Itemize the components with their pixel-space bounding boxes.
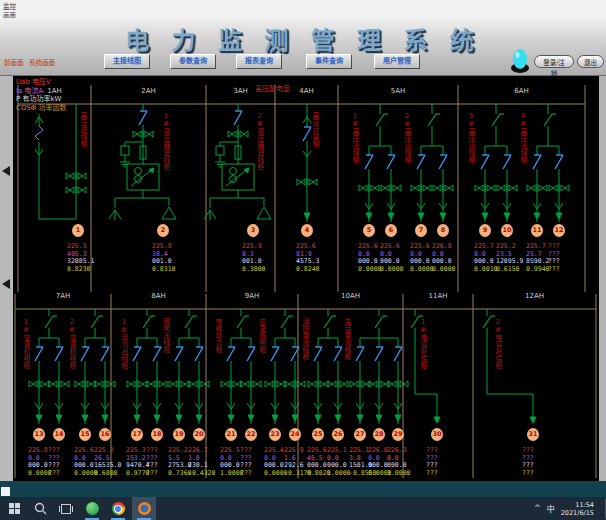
bay-label-6AH: 6AH (505, 87, 539, 95)
nav-parameter-button[interactable]: 参数查询 (170, 54, 216, 69)
meter-circle-19[interactable]: 19 (173, 428, 185, 441)
ime-indicator[interactable]: 中 (547, 503, 555, 514)
meter-circle-7[interactable]: 7 (415, 224, 427, 237)
meter-circle-23[interactable]: 23 (269, 428, 281, 441)
app-header: 电 力 监 测 管 理 系 统 前画面 系统画面 主接线图 参数查询 报表查询 … (0, 18, 606, 76)
cos-value: 0.8310 (152, 266, 182, 274)
bay-label-3AH: 3AH (224, 87, 258, 95)
meter-circle-30[interactable]: 30 (431, 428, 443, 441)
link-previous-screen[interactable]: 前画面 (4, 57, 24, 67)
nav-main-wiring-button[interactable]: 主接线图 (104, 54, 150, 69)
meter-circle-6[interactable]: 6 (385, 224, 397, 237)
meter-circle-8[interactable]: 8 (437, 224, 449, 237)
meter-values-4: 225.681.94575.30.8240 (296, 243, 326, 273)
legend-active-power: P 有功功率kW (16, 95, 67, 104)
feeder-label: 高压计量柜 (311, 112, 319, 218)
feeder-label: 应急照明柜 (258, 318, 266, 418)
login-logout-button[interactable]: 登录/注销 (534, 55, 574, 68)
nav-event-button[interactable]: 事件查询 (306, 54, 352, 69)
meter-circle-28[interactable]: 28 (373, 428, 385, 441)
meter-circle-17[interactable]: 17 (131, 428, 143, 441)
status-bar (0, 481, 606, 497)
meter-circle-29[interactable]: 29 (392, 428, 404, 441)
nav-user-mgmt-button[interactable]: 用户管理 (374, 54, 420, 69)
cos-value: 0.8240 (296, 266, 326, 274)
windows-logo-icon (9, 503, 20, 514)
windows-taskbar: ^ 中 11:54 2021/6/15 (0, 497, 606, 520)
meter-circle-31[interactable]: 31 (527, 428, 539, 441)
meter-values-3: 225.90.3001.00.3000 (242, 243, 272, 273)
task-view-button[interactable] (54, 497, 78, 520)
feeder-label: 照明出线柜 (162, 318, 170, 418)
cos-value: 0.8230 (67, 266, 97, 274)
cos-value: 0.3000 (242, 266, 272, 274)
link-system-screen[interactable]: 系统画面 (29, 57, 55, 67)
meter-values-16: 225.226.516535.00.6800 (94, 447, 124, 477)
water-drop-icon (509, 47, 531, 74)
meter-values-10: 225.223.512095.90.6150 (496, 243, 526, 273)
meter-circle-5[interactable]: 5 (363, 224, 375, 237)
meter-circle-21[interactable]: 21 (225, 428, 237, 441)
meter-values-31: ???????????? (522, 447, 552, 477)
start-button[interactable] (2, 497, 26, 520)
taskbar-app-green[interactable] (80, 497, 104, 520)
scroll-left-icon[interactable] (2, 166, 10, 176)
feeder-label: 生活泵出线柜 (343, 318, 351, 418)
taskbar-app-chrome[interactable] (106, 497, 130, 520)
meter-values-30: ???????????? (426, 447, 456, 477)
feeder-label: 1#空调机组柜 (22, 318, 30, 418)
cos-value: 0.6150 (496, 266, 526, 274)
meter-circle-16[interactable]: 16 (99, 428, 111, 441)
legend-voltage: Uab 电压V (16, 78, 67, 87)
bay-label-7AH: 7AH (46, 292, 80, 300)
clock-time: 11:54 (561, 501, 594, 509)
meter-circle-11[interactable]: 11 (531, 224, 543, 237)
exit-button[interactable]: 退出 (577, 55, 604, 68)
meter-circle-18[interactable]: 18 (151, 428, 163, 441)
meter-values-8: 226.80.0000.00.0000 (432, 243, 462, 273)
meter-circle-12[interactable]: 12 (553, 224, 565, 237)
meter-circle-22[interactable]: 22 (245, 428, 257, 441)
meter-circle-20[interactable]: 20 (193, 428, 205, 441)
cos-value: 0.0000 (380, 266, 410, 274)
application-window: 监控 画面 电 力 监 测 管 理 系 统 前画面 系统画面 主接线图 参数查询… (0, 0, 606, 520)
task-view-icon (59, 503, 73, 515)
meter-circle-27[interactable]: 27 (354, 428, 366, 441)
meter-values-29: 226.30.0000.01.0000 (387, 447, 417, 477)
meter-circle-2[interactable]: 2 (157, 224, 169, 237)
bay-label-4AH: 4AH (290, 87, 324, 95)
window-titlebar: 监控 画面 (0, 0, 606, 19)
bay-label-11AH: 11AH (421, 292, 455, 300)
meter-circle-14[interactable]: 14 (53, 428, 65, 441)
meter-circle-26[interactable]: 26 (332, 428, 344, 441)
meter-circle-24[interactable]: 24 (289, 428, 301, 441)
meter-circle-10[interactable]: 10 (501, 224, 513, 237)
cos-value: ??? (548, 266, 578, 274)
meter-circle-4[interactable]: 4 (301, 224, 313, 237)
feeder-label: 1#高压出线柜 (351, 112, 359, 218)
chrome-icon (112, 502, 125, 515)
feeder-label: 2#空调机组柜 (68, 318, 76, 418)
cos-value: ??? (426, 470, 456, 478)
bay-label-8AH: 8AH (142, 292, 176, 300)
meter-circle-9[interactable]: 9 (479, 224, 491, 237)
meter-values-6: 225.60.0000.00.0000 (380, 243, 410, 273)
left-scroll-strip (0, 76, 13, 481)
scroll-left-icon[interactable] (2, 279, 10, 289)
taskbar-app-active[interactable] (132, 497, 156, 520)
meter-circle-15[interactable]: 15 (79, 428, 91, 441)
bay-label-1AH: 1AH (38, 87, 72, 95)
legend-power-factor: COSΦ 功率因数 (16, 104, 67, 113)
meter-values-1: 225.5495.332085.10.8230 (67, 243, 97, 273)
taskbar-clock[interactable]: 11:54 2021/6/15 (561, 501, 594, 517)
meter-circle-25[interactable]: 25 (312, 428, 324, 441)
search-button[interactable] (28, 497, 52, 520)
meter-circle-1[interactable]: 1 (72, 224, 84, 237)
meter-circle-3[interactable]: 3 (247, 224, 259, 237)
bay-label-9AH: 9AH (235, 292, 269, 300)
meter-circle-13[interactable]: 13 (33, 428, 45, 441)
diagram-overlay: Uab 电压V Ia 电流A P 有功功率kW COSΦ 功率因数 高压配电室 … (13, 76, 599, 481)
cos-value: 1.0000 (387, 470, 417, 478)
tray-caret-icon[interactable]: ^ (534, 504, 541, 513)
nav-report-button[interactable]: 报表查询 (236, 54, 282, 69)
